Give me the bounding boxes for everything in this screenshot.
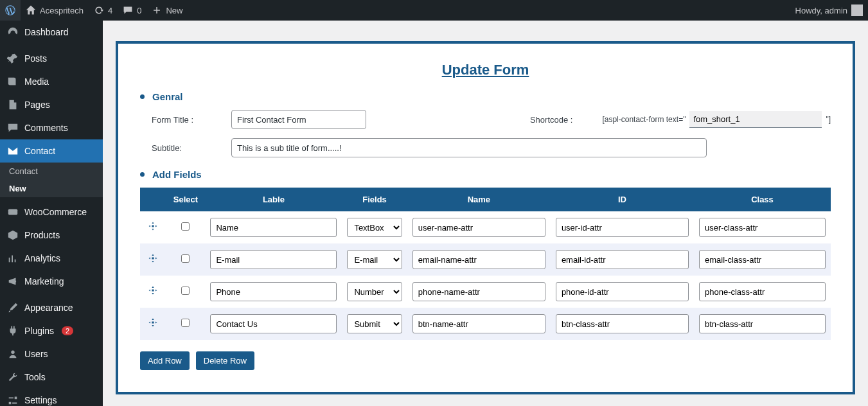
- row-select-checkbox[interactable]: [181, 287, 190, 295]
- bullet-icon: [140, 94, 145, 99]
- marketing-icon: [6, 275, 19, 288]
- table-row: E-mail: [140, 243, 831, 276]
- sidebar-item-contact[interactable]: Contact: [0, 139, 103, 163]
- updates-link[interactable]: 4: [89, 0, 118, 21]
- shortcode-label: Shortcode :: [530, 115, 573, 125]
- row-name-input[interactable]: [412, 314, 545, 333]
- pin-icon: [6, 52, 19, 65]
- refresh-icon: [94, 5, 104, 15]
- row-lable-input[interactable]: [210, 218, 337, 237]
- sidebar-item-comments[interactable]: Comments: [0, 116, 103, 139]
- sidebar-item-woocommerce[interactable]: WooCommerce: [0, 200, 103, 224]
- sidebar-item-analytics[interactable]: Analytics: [0, 247, 103, 270]
- new-link[interactable]: New: [146, 0, 188, 21]
- sidebar-item-appearance[interactable]: Appearance: [0, 296, 103, 319]
- row-name-input[interactable]: [412, 218, 545, 237]
- sidebar-item-plugins[interactable]: Plugins2: [0, 319, 103, 342]
- drag-handle-icon[interactable]: [148, 319, 158, 330]
- drag-handle-icon[interactable]: [148, 254, 158, 265]
- comment-icon: [123, 5, 133, 15]
- sidebar-item-pages[interactable]: Pages: [0, 93, 103, 116]
- row-id-input[interactable]: [556, 218, 689, 237]
- row-field-select[interactable]: Number: [347, 282, 402, 301]
- table-header-row: Select Lable Fields Name ID Class: [140, 188, 831, 211]
- products-icon: [6, 229, 19, 242]
- add-row-button[interactable]: Add Row: [140, 351, 190, 370]
- sidebar-subitem-new[interactable]: New: [0, 180, 103, 197]
- th-fields: Fields: [342, 188, 407, 211]
- wp-logo[interactable]: [0, 0, 21, 21]
- row-name-input[interactable]: [412, 250, 545, 269]
- row-class-input[interactable]: [699, 282, 826, 301]
- row-select-checkbox[interactable]: [181, 254, 190, 263]
- table-row: Submit: [140, 308, 831, 340]
- shortcode-input[interactable]: [689, 111, 822, 128]
- sidebar-subitem-contact[interactable]: Contact: [0, 163, 103, 180]
- wordpress-icon: [5, 5, 15, 15]
- sidebar-item-tools[interactable]: Tools: [0, 366, 103, 389]
- sliders-icon: [6, 394, 19, 406]
- table-row: TextBox: [140, 211, 831, 243]
- row-class-input[interactable]: [699, 314, 826, 333]
- form-panel: Update Form Genral Form Title : Shortcod…: [116, 41, 855, 394]
- row-lable-input[interactable]: [210, 282, 337, 301]
- row-field-select[interactable]: TextBox: [347, 218, 402, 237]
- form-title-label: Form Title :: [152, 115, 203, 125]
- svg-rect-0: [8, 209, 17, 215]
- row-lable-input[interactable]: [210, 314, 337, 333]
- sidebar-item-users[interactable]: Users: [0, 342, 103, 366]
- site-name-text: Acespritech: [40, 6, 84, 15]
- row-name-input[interactable]: [412, 282, 545, 301]
- howdy-link[interactable]: Howdy, admin: [790, 0, 868, 21]
- user-icon: [6, 348, 19, 360]
- plugins-badge: 2: [62, 326, 73, 335]
- row-lable-input[interactable]: [210, 250, 337, 269]
- shortcode-group: Shortcode : [aspl-contact-form text=" "]: [530, 111, 831, 128]
- page-title: Update Form: [140, 62, 831, 78]
- row-class-input[interactable]: [699, 250, 826, 269]
- bullet-icon: [140, 172, 145, 177]
- row-field-select[interactable]: Submit: [347, 314, 402, 333]
- row-class-input[interactable]: [699, 218, 826, 237]
- drag-handle-icon[interactable]: [148, 222, 158, 233]
- subtitle-input[interactable]: [231, 138, 707, 157]
- dashboard-icon: [6, 26, 19, 39]
- table-row: Number: [140, 276, 831, 308]
- fields-table: Select Lable Fields Name ID Class TextBo…: [140, 188, 831, 340]
- home-icon: [26, 5, 36, 15]
- new-text: New: [166, 6, 182, 15]
- comments-link[interactable]: 0: [118, 0, 146, 21]
- mail-icon: [6, 145, 19, 157]
- sidebar-item-media[interactable]: Media: [0, 70, 103, 93]
- shortcode-prefix: [aspl-contact-form text=": [602, 115, 686, 124]
- form-title-input[interactable]: [231, 110, 366, 129]
- delete-row-button[interactable]: Delete Row: [196, 351, 254, 370]
- subtitle-label: Subtitle:: [152, 143, 203, 153]
- row-id-input[interactable]: [556, 314, 689, 333]
- row-id-input[interactable]: [556, 282, 689, 301]
- row-form-title: Form Title : Shortcode : [aspl-contact-f…: [140, 110, 831, 129]
- drag-handle-icon[interactable]: [148, 287, 158, 297]
- row-subtitle: Subtitle:: [140, 138, 831, 157]
- sidebar-item-products[interactable]: Products: [0, 224, 103, 247]
- row-id-input[interactable]: [556, 250, 689, 269]
- admin-topbar: Acespritech 4 0 New Howdy, admin: [0, 0, 868, 21]
- section-addfields: Add Fields: [140, 169, 831, 180]
- row-select-checkbox[interactable]: [181, 222, 190, 231]
- sidebar-submenu-contact: Contact New: [0, 163, 103, 197]
- comments-count: 0: [137, 6, 141, 15]
- updates-count: 4: [108, 6, 112, 15]
- media-icon: [6, 75, 19, 88]
- row-field-select[interactable]: E-mail: [347, 250, 402, 269]
- button-row: Add Row Delete Row: [140, 351, 831, 370]
- sidebar-item-posts[interactable]: Posts: [0, 47, 103, 70]
- th-select: Select: [166, 188, 206, 211]
- sidebar-item-settings[interactable]: Settings: [0, 389, 103, 406]
- howdy-text: Howdy, admin: [795, 6, 847, 15]
- sidebar-item-marketing[interactable]: Marketing: [0, 270, 103, 293]
- row-select-checkbox[interactable]: [181, 319, 190, 327]
- comments-icon: [6, 121, 19, 134]
- avatar: [851, 4, 863, 16]
- sidebar-item-dashboard[interactable]: Dashboard: [0, 21, 103, 44]
- site-name-link[interactable]: Acespritech: [21, 0, 89, 21]
